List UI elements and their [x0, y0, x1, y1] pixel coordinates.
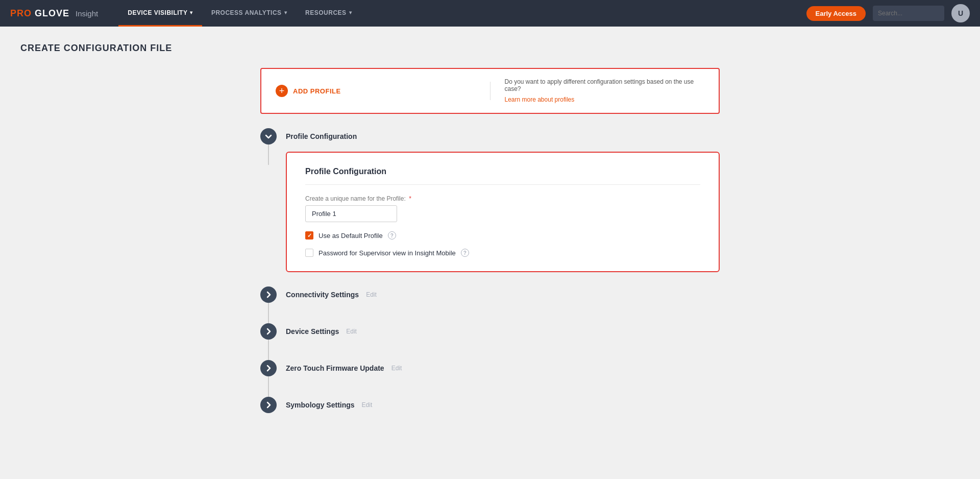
page-content: CREATE CONFIGURATION FILE + ADD PROFILE …: [0, 27, 980, 444]
step-circle-1[interactable]: [260, 128, 277, 145]
step-item-device-settings: Device Settings Edit: [260, 323, 720, 360]
step-edit-4[interactable]: Edit: [391, 365, 402, 372]
supervisor-password-row: Password for Supervisor view in Insight …: [305, 249, 700, 257]
profile-config-card-title: Profile Configuration: [305, 167, 700, 185]
step-content-4: Zero Touch Firmware Update Edit: [286, 360, 720, 391]
navbar-right: Early Access U: [806, 4, 970, 22]
page-title: CREATE CONFIGURATION FILE: [20, 43, 960, 54]
step-header-5: Symbology Settings Edit: [286, 397, 720, 413]
step-circle-3[interactable]: [260, 323, 277, 340]
step-list: Profile Configuration Profile Configurat…: [260, 128, 720, 427]
step-header-4: Zero Touch Firmware Update Edit: [286, 360, 720, 376]
use-as-default-checkbox[interactable]: [305, 231, 313, 240]
chevron-down-icon: ▾: [284, 10, 287, 15]
nav-process-analytics[interactable]: PROCESS ANALYTICS ▾: [202, 0, 296, 27]
add-profile-left: + ADD PROFILE: [276, 85, 476, 97]
step-content-2: Connectivity Settings Edit: [286, 286, 720, 317]
nav-device-visibility[interactable]: DEVICE VISIBILITY ▾: [118, 0, 202, 27]
supervisor-password-checkbox[interactable]: [305, 249, 313, 257]
supervisor-password-info-icon[interactable]: ?: [461, 249, 469, 257]
step-indicator-5: [260, 397, 277, 413]
step-edit-3[interactable]: Edit: [346, 328, 357, 335]
use-as-default-label: Use as Default Profile: [318, 232, 383, 240]
step-indicator-3: [260, 323, 277, 360]
step-title-3: Device Settings: [286, 327, 339, 336]
step-line-2: [268, 303, 269, 323]
step-edit-2[interactable]: Edit: [366, 291, 377, 298]
step-title-2: Connectivity Settings: [286, 291, 359, 299]
step-header-2: Connectivity Settings Edit: [286, 286, 720, 303]
add-profile-divider: [490, 82, 491, 100]
learn-more-profiles-link[interactable]: Learn more about profiles: [505, 96, 575, 103]
nav-resources[interactable]: RESOURCES ▾: [296, 0, 361, 27]
chevron-right-icon: [265, 291, 272, 298]
chevron-down-icon: ▾: [349, 10, 352, 15]
brand-glove: GLOVE: [35, 8, 69, 19]
required-star: *: [409, 195, 411, 202]
chevron-down-icon: [265, 133, 272, 140]
step-circle-4[interactable]: [260, 360, 277, 376]
chevron-down-icon: ▾: [190, 10, 193, 15]
navbar: PROGLOVE Insight DEVICE VISIBILITY ▾ PRO…: [0, 0, 980, 27]
step-item-zero-touch-firmware: Zero Touch Firmware Update Edit: [260, 360, 720, 397]
search-input[interactable]: [873, 6, 944, 21]
step-circle-5[interactable]: [260, 397, 277, 413]
profile-config-card: Profile Configuration Create a unique na…: [286, 152, 720, 272]
early-access-button[interactable]: Early Access: [806, 6, 866, 21]
supervisor-password-label: Password for Supervisor view in Insight …: [318, 249, 456, 257]
step-line-3: [268, 340, 269, 360]
profile-name-input[interactable]: [305, 205, 397, 222]
chevron-right-icon: [265, 401, 272, 409]
chevron-right-icon: [265, 365, 272, 372]
step-edit-5[interactable]: Edit: [362, 401, 373, 409]
step-content-3: Device Settings Edit: [286, 323, 720, 354]
step-title-4: Zero Touch Firmware Update: [286, 364, 384, 372]
step-line-1: [268, 145, 269, 165]
nav-links: DEVICE VISIBILITY ▾ PROCESS ANALYTICS ▾ …: [118, 0, 361, 27]
add-profile-description: Do you want to apply different configura…: [505, 78, 705, 92]
step-indicator-2: [260, 286, 277, 323]
add-profile-icon[interactable]: +: [276, 85, 288, 97]
step-circle-2[interactable]: [260, 286, 277, 303]
use-as-default-row: Use as Default Profile ?: [305, 231, 700, 240]
brand-insight: Insight: [76, 9, 98, 18]
add-profile-right: Do you want to apply different configura…: [505, 78, 705, 104]
step-item-connectivity-settings: Connectivity Settings Edit: [260, 286, 720, 323]
step-header-1: Profile Configuration: [286, 128, 720, 145]
step-indicator-1: [260, 128, 277, 165]
step-item-symbology-settings: Symbology Settings Edit: [260, 397, 720, 427]
avatar[interactable]: U: [951, 4, 970, 22]
brand: PROGLOVE Insight: [10, 8, 98, 19]
step-title-1: Profile Configuration: [286, 132, 357, 140]
profile-name-label: Create a unique name for the Profile: *: [305, 195, 700, 202]
step-item-profile-configuration: Profile Configuration Profile Configurat…: [260, 128, 720, 286]
use-as-default-info-icon[interactable]: ?: [388, 231, 396, 240]
step-title-5: Symbology Settings: [286, 401, 355, 409]
step-line-4: [268, 376, 269, 397]
chevron-right-icon: [265, 328, 272, 335]
brand-pro: PRO: [10, 8, 32, 19]
step-header-3: Device Settings Edit: [286, 323, 720, 340]
add-profile-label[interactable]: ADD PROFILE: [293, 87, 341, 95]
step-content-5: Symbology Settings Edit: [286, 397, 720, 427]
add-profile-box: + ADD PROFILE Do you want to apply diffe…: [260, 68, 720, 114]
step-content-1: Profile Configuration Profile Configurat…: [286, 128, 720, 286]
step-indicator-4: [260, 360, 277, 397]
